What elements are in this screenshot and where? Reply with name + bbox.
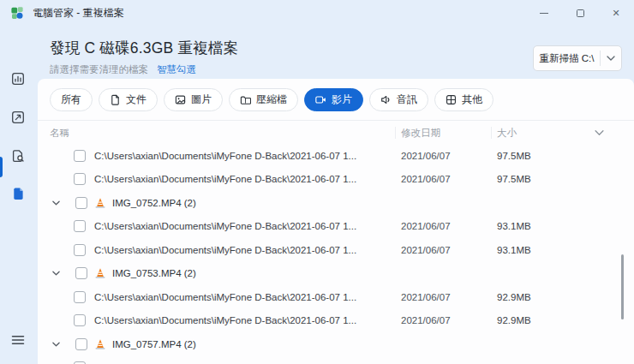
file-path: C:\Users\axian\Documents\iMyFone D-Back\…: [94, 292, 356, 302]
file-size: 93.1MB: [497, 221, 531, 231]
close-icon: ✕: [612, 9, 619, 18]
column-divider: [491, 127, 492, 139]
filter-chips: 所有 文件 圖片: [50, 88, 493, 111]
titlebar: 電腦管家 - 重複檔案 ✕: [0, 0, 634, 26]
row-checkbox[interactable]: [74, 244, 86, 256]
table-row-partial: [38, 356, 634, 364]
file-path: C:\Users\axian\Documents\iMyFone D-Back\…: [94, 315, 356, 325]
filter-label: 音訊: [397, 92, 417, 107]
window-controls: ✕: [526, 0, 634, 26]
table-row: C:\Users\axian\Documents\iMyFone D-Back\…: [38, 215, 634, 239]
column-header-modified: 修改日期: [401, 126, 440, 139]
file-date: 2021/06/07: [401, 151, 451, 161]
smart-select-link[interactable]: 智慧勾選: [157, 63, 196, 76]
document-icon: [110, 94, 121, 105]
file-date: 2021/06/07: [401, 221, 451, 231]
group-checkbox[interactable]: [75, 197, 87, 209]
filter-chip-other[interactable]: 其他: [434, 88, 493, 111]
chevron-down-icon[interactable]: [52, 271, 60, 276]
table-row: C:\Users\axian\Documents\iMyFone D-Back\…: [38, 285, 634, 309]
table-group-row: IMG_0752.MP4 (2): [38, 191, 634, 215]
rescan-dropdown-button[interactable]: [601, 46, 621, 70]
file-size: 93.1MB: [497, 245, 531, 255]
filter-chip-audio[interactable]: 音訊: [369, 88, 428, 111]
filter-chip-all[interactable]: 所有: [50, 88, 93, 111]
active-item-indicator: [0, 157, 3, 177]
row-checkbox[interactable]: [74, 291, 86, 303]
sidebar: [0, 26, 36, 364]
table-group-row: IMG_0753.MP4 (2): [38, 262, 634, 286]
filter-label: 圖片: [191, 92, 212, 107]
table-body: C:\Users\axian\Documents\iMyFone D-Back\…: [38, 144, 634, 364]
page-subtitle: 請選擇需要清理的檔案: [50, 63, 148, 76]
file-size: 97.5MB: [497, 174, 531, 184]
column-divider: [395, 127, 396, 139]
vlc-cone-icon: [94, 267, 106, 279]
row-checkbox[interactable]: [74, 314, 86, 326]
page-subtitle-row: 請選擇需要清理的檔案 智慧勾選: [50, 63, 196, 76]
page-title: 發現 C 磁碟6.3GB 重複檔案: [50, 38, 238, 58]
chevron-down-icon[interactable]: [52, 200, 60, 206]
vertical-scrollbar-thumb[interactable]: [621, 254, 624, 319]
window-title: 電腦管家 - 重複檔案: [33, 6, 124, 21]
table-row: C:\Users\axian\Documents\iMyFone D-Back\…: [38, 144, 634, 168]
filter-label: 影片: [332, 92, 352, 107]
file-size: 92.9MB: [497, 292, 531, 302]
file-path: C:\Users\axian\Documents\iMyFone D-Back\…: [94, 221, 356, 231]
audio-icon: [380, 94, 392, 105]
rescan-button[interactable]: 重新掃描 C:\: [534, 46, 600, 70]
group-checkbox[interactable]: [75, 338, 87, 350]
file-date: 2021/06/07: [401, 245, 451, 255]
table-row: C:\Users\axian\Documents\iMyFone D-Back\…: [38, 309, 634, 333]
sort-chevron-down-icon[interactable]: [595, 129, 604, 135]
column-header-name: 名稱: [50, 126, 69, 139]
maximize-button[interactable]: [562, 0, 598, 26]
sidebar-item-clean[interactable]: [6, 105, 30, 129]
file-path: C:\Users\axian\Documents\iMyFone D-Back\…: [94, 245, 356, 255]
minimize-icon: [540, 13, 548, 14]
file-date: 2021/06/07: [401, 174, 451, 184]
file-date: 2021/06/07: [401, 292, 451, 302]
maximize-icon: [577, 9, 584, 17]
filter-label: 所有: [61, 92, 81, 107]
stats-icon: [10, 71, 26, 87]
file-date: 2021/06/07: [401, 315, 451, 325]
file-size: 92.9MB: [497, 315, 531, 325]
sidebar-item-stats[interactable]: [6, 67, 30, 91]
image-icon: [175, 94, 186, 105]
duplicate-files-icon: [10, 186, 26, 201]
filter-chip-documents[interactable]: 文件: [99, 88, 158, 111]
archive-icon: [240, 94, 251, 105]
sidebar-item-duplicate-files[interactable]: [6, 182, 30, 206]
row-checkbox[interactable]: [74, 173, 86, 185]
grid-icon: [446, 94, 457, 105]
chevron-down-icon[interactable]: [52, 342, 60, 347]
video-icon: [315, 94, 326, 105]
table-header: 名稱 修改日期 大小: [38, 120, 634, 144]
filter-chip-archives[interactable]: 壓縮檔: [229, 88, 298, 111]
group-name: IMG_0752.MP4 (2): [112, 198, 196, 208]
app-logo-icon: [10, 6, 24, 20]
sidebar-item-file-scan[interactable]: [6, 144, 30, 168]
table-group-row: IMG_0757.MP4 (2): [38, 332, 634, 356]
row-checkbox[interactable]: [74, 150, 86, 162]
filter-label: 文件: [126, 92, 147, 107]
filter-chip-images[interactable]: 圖片: [164, 88, 223, 111]
table-row: C:\Users\axian\Documents\iMyFone D-Back\…: [38, 168, 634, 192]
hamburger-icon: [10, 332, 26, 348]
clean-icon: [10, 110, 26, 125]
file-scan-icon: [10, 148, 26, 164]
group-name: IMG_0757.MP4 (2): [112, 339, 196, 349]
filter-chip-videos[interactable]: 影片: [304, 88, 363, 111]
table-row: C:\Users\axian\Documents\iMyFone D-Back\…: [38, 238, 634, 262]
file-path: C:\Users\axian\Documents\iMyFone D-Back\…: [94, 174, 356, 184]
group-name: IMG_0753.MP4 (2): [112, 268, 196, 278]
sidebar-menu-button[interactable]: [6, 328, 30, 352]
rescan-split-button: 重新掃描 C:\: [533, 45, 622, 71]
row-checkbox[interactable]: [74, 220, 86, 232]
group-checkbox[interactable]: [75, 267, 87, 279]
chevron-down-icon: [607, 56, 615, 61]
filter-label: 其他: [462, 92, 482, 107]
minimize-button[interactable]: [526, 0, 562, 26]
close-button[interactable]: ✕: [598, 0, 634, 26]
